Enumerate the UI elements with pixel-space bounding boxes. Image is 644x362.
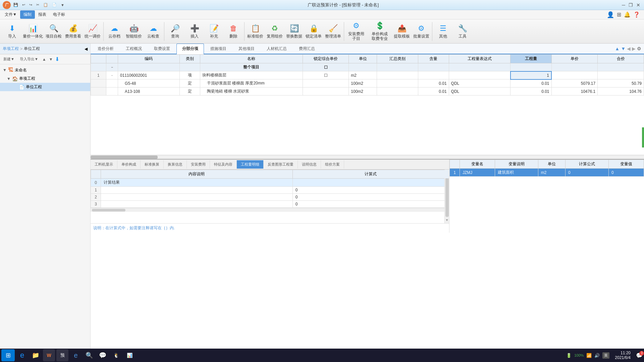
btab-standard[interactable]: 标准换算 [141, 160, 164, 169]
toolbar-standard-group[interactable]: 📋 标准组价 [246, 21, 265, 42]
tree-item-root[interactable]: ▼ 🏗 未命名 [0, 66, 90, 74]
toolbar-adjust-price[interactable]: 📈 统一调价 [83, 21, 102, 42]
taskbar-ie[interactable]: e [70, 349, 82, 361]
toolbar-other[interactable]: ☰ 其他 [434, 21, 452, 42]
start-btn[interactable]: ⊞ [1, 349, 15, 361]
quick-new[interactable]: 📄 [51, 2, 58, 8]
tab-labor-summary[interactable]: 人材机汇总 [261, 44, 292, 54]
toolbar-cloud-check[interactable]: ☁ 云检查 [144, 21, 163, 42]
toolbar-smart-price[interactable]: 🤖 智能组价 [124, 21, 143, 42]
calc-row-3[interactable]: 3 0 [91, 201, 449, 208]
toolbar-self-check[interactable]: 🔍 项目自检 [44, 21, 63, 42]
menu-file[interactable]: 文件▼ [1, 10, 20, 19]
toolbar-cloud-save[interactable]: ☁ 云存档 [105, 21, 124, 42]
taskbar-explorer[interactable]: 📁 [30, 349, 42, 361]
calc-row-1[interactable]: 1 0 [91, 187, 449, 194]
settings-icon[interactable]: ⚙ [637, 46, 641, 51]
btab-qty-detail[interactable]: 工程量明细 [237, 160, 264, 169]
grid-icon[interactable]: ⊞ [617, 11, 621, 18]
tab-fee-summary[interactable]: 费用汇总 [293, 44, 321, 54]
nav-up-icon[interactable]: ▲ [615, 46, 620, 51]
taskbar-app[interactable]: 🐧 [110, 349, 122, 361]
down-btn[interactable]: ▼ [48, 56, 54, 62]
nav-right-icon[interactable]: ▶ [632, 46, 636, 51]
btab-calc-info[interactable]: 换算信息 [164, 160, 187, 169]
tree-item-unit[interactable]: 📄 单位工程 [0, 83, 90, 91]
taskbar-edge[interactable]: e [16, 349, 28, 361]
notification-wrapper[interactable]: 💬 3 [636, 352, 643, 359]
toolbar-query[interactable]: 🔎 查询 [166, 21, 184, 42]
breadcrumb-single[interactable]: 单项工程 [3, 46, 19, 52]
table-row-header[interactable]: － 整个项目 ☐ [91, 63, 644, 71]
table-row-3[interactable]: A13-108 定 陶瓷地砖 楼梯 水泥砂浆 100m2 0.01 QDL 0.… [91, 87, 644, 96]
collapse-sidebar-btn[interactable]: ◀ [85, 47, 88, 51]
btab-unit-price[interactable]: 单价构成 [117, 160, 141, 169]
btab-labor[interactable]: 工料机显示 [91, 160, 117, 169]
toolbar-clean-list[interactable]: 🧹 整理清单 [324, 21, 342, 42]
cell-expand-1[interactable]: － [106, 71, 118, 79]
quick-cut[interactable]: ✂ [35, 2, 41, 8]
help-icon[interactable]: ❓ [633, 11, 640, 18]
calc-row-2[interactable]: 2 0 [91, 194, 449, 201]
toolbar-insert[interactable]: ➕ 插入 [185, 21, 204, 42]
btab-install[interactable]: 安装费用 [187, 160, 210, 169]
btab-group[interactable]: 组价方案 [321, 160, 344, 169]
menu-report[interactable]: 报表 [35, 10, 50, 19]
taskbar-wechat[interactable]: 💬 [97, 349, 109, 361]
menu-electronic[interactable]: 电子标 [50, 10, 68, 19]
quick-more[interactable]: ▼ [59, 2, 66, 8]
tab-other-items[interactable]: 其他项目 [233, 44, 260, 54]
quick-save[interactable]: 💾 [12, 2, 19, 8]
new-btn[interactable]: 新建▼ [1, 56, 16, 62]
up-btn[interactable]: ▲ [42, 56, 47, 62]
scroll-thumb[interactable] [91, 156, 158, 159]
toolbar-unit-price[interactable]: 💲 单价构成取费专业 [368, 21, 392, 42]
quick-redo[interactable]: ↪ [28, 2, 34, 8]
btab-features[interactable]: 特征及内容 [210, 160, 237, 169]
taskbar-excel[interactable]: 📊 [123, 349, 136, 361]
tab-measures[interactable]: 措施项目 [205, 44, 232, 54]
table-row-1[interactable]: 1 － 011106002001 项 块料楼梯面层 ☐ m2 1 [91, 71, 644, 79]
quick-undo[interactable]: ↩ [21, 2, 26, 8]
toolbar-supplement[interactable]: 📝 补充 [205, 21, 223, 42]
toolbar-replace-data[interactable]: 🔄 替换数据 [285, 21, 304, 42]
toolbar-lock-list[interactable]: 🔒 锁定清单 [304, 21, 323, 42]
btab-reverse[interactable]: 反查图形工程量 [264, 160, 298, 169]
btab-desc[interactable]: 说明信息 [298, 160, 321, 169]
tree-item-single[interactable]: ▼ 🏠 单项工程 [0, 74, 90, 83]
minimize-btn[interactable]: ─ [621, 2, 627, 8]
toolbar-import[interactable]: ⬇ 导入 [3, 21, 21, 42]
taskbar-word[interactable]: W [43, 349, 55, 361]
tab-project-overview[interactable]: 工程概况 [120, 44, 148, 54]
calc-row-0[interactable]: 0 计算结果 [91, 179, 449, 187]
table-row-2[interactable]: G5-48 定 干混砂浆面层 楼梯面 厚度20mm 100m2 0.01 QDL… [91, 79, 644, 87]
nav-left-icon[interactable]: ◀ [627, 46, 631, 51]
nav-down-icon[interactable]: ▼ [621, 46, 626, 51]
user-icon[interactable]: 👤 [607, 11, 614, 18]
quick-copy[interactable]: 📋 [42, 2, 49, 8]
var-row-1[interactable]: 1 JZMJ 建筑面积 m2 0 0 [450, 169, 644, 177]
tab-cost-analysis[interactable]: 造价分析 [92, 44, 119, 54]
tab-division[interactable]: 分部分项 [176, 44, 204, 54]
menu-edit[interactable]: 编制 [20, 10, 35, 19]
toolbar-delete[interactable]: 🗑 删除 [224, 21, 243, 42]
toolbar-extract-template[interactable]: 📤 提取模板 [392, 21, 411, 42]
toolbar-reuse-group[interactable]: ♻ 复用组价 [265, 21, 284, 42]
close-btn[interactable]: ✕ [635, 2, 641, 8]
tab-fee-settings[interactable]: 取费设置 [148, 44, 176, 54]
taskbar-preview[interactable]: 预 [56, 349, 68, 361]
restore-btn[interactable]: ❐ [628, 2, 634, 8]
cell-expand[interactable]: － [106, 63, 118, 71]
toolbar-tools[interactable]: 🔧 工具 [453, 21, 472, 42]
toolbar-all-in-one[interactable]: 📊 量价一体化 [22, 21, 44, 42]
toolbar-fee-view[interactable]: 💰 费用查看 [64, 21, 83, 42]
h-scrollbar[interactable] [91, 155, 644, 159]
cell-qty-1[interactable]: 1 [511, 71, 551, 79]
toolbar-batch-set[interactable]: ⚙ 批量设置 [412, 21, 431, 42]
lang-switcher[interactable]: 英 [602, 352, 609, 359]
bell-icon[interactable]: 🔔 [624, 11, 631, 18]
download-btn[interactable]: ⬇ [55, 56, 59, 62]
taskbar-search[interactable]: 🔍 [83, 349, 95, 361]
toolbar-install-fee[interactable]: ⚙ 安装费用子目 [345, 21, 367, 42]
bottom-h-scrollbar[interactable] [91, 208, 449, 212]
